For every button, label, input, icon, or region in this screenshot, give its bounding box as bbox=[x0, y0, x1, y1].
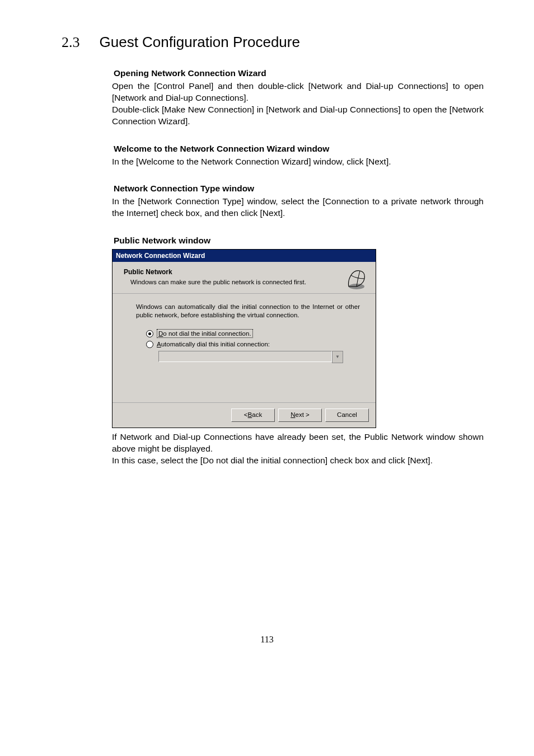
paragraph: In this case, select the [Do not dial th… bbox=[112, 455, 484, 467]
radio-icon bbox=[146, 330, 153, 337]
dialog-header-sub: Windows can make sure the public network… bbox=[130, 278, 306, 287]
section-header: 2.3 Guest Configuration Procedure bbox=[50, 34, 484, 51]
radio-icon bbox=[146, 341, 153, 348]
radio-auto-dial[interactable]: Automatically dial this initial connecti… bbox=[146, 340, 360, 348]
radio-label: Do not dial the initial connection. bbox=[157, 329, 253, 338]
dialog-screenshot: Network Connection Wizard Public Network… bbox=[112, 249, 376, 428]
heading-conn-type: Network Connection Type window bbox=[112, 183, 484, 195]
paragraph: Open the [Control Panel] and then double… bbox=[112, 81, 484, 104]
paragraph: Double-click [Make New Connection] in [N… bbox=[112, 104, 484, 128]
section-number: 2.3 bbox=[62, 34, 80, 51]
chevron-down-icon: ▼ bbox=[332, 351, 343, 363]
heading-opening-wizard: Opening Network Connection Wizard bbox=[112, 68, 484, 79]
network-icon bbox=[345, 267, 368, 290]
page-number: 113 bbox=[50, 635, 484, 645]
heading-welcome-window: Welcome to the Network Connection Wizard… bbox=[112, 143, 484, 155]
dialog-button-row: < Back Next > Cancel bbox=[113, 403, 376, 428]
paragraph: In the [Welcome to the Network Connectio… bbox=[112, 156, 484, 168]
dialog-titlebar: Network Connection Wizard bbox=[113, 250, 376, 262]
radio-do-not-dial[interactable]: Do not dial the initial connection. bbox=[146, 329, 360, 338]
connection-dropdown[interactable]: ▼ bbox=[158, 351, 343, 363]
paragraph: In the [Network Connection Type] window,… bbox=[112, 196, 484, 219]
dropdown-field bbox=[158, 351, 332, 362]
back-button[interactable]: < Back bbox=[231, 408, 275, 422]
dialog-body: Windows can automatically dial the initi… bbox=[113, 294, 376, 402]
cancel-button[interactable]: Cancel bbox=[325, 408, 369, 422]
dialog-header: Public Network Windows can make sure the… bbox=[113, 262, 376, 294]
heading-public-network: Public Network window bbox=[112, 235, 484, 247]
radio-label: Automatically dial this initial connecti… bbox=[157, 340, 270, 348]
paragraph: If Network and Dial-up Connections have … bbox=[112, 431, 484, 455]
section-title: Guest Configuration Procedure bbox=[100, 34, 300, 51]
next-button[interactable]: Next > bbox=[278, 408, 322, 422]
dialog-intro-text: Windows can automatically dial the initi… bbox=[136, 303, 360, 319]
dialog-header-title: Public Network bbox=[124, 267, 306, 276]
content-body: Opening Network Connection Wizard Open t… bbox=[50, 68, 484, 467]
